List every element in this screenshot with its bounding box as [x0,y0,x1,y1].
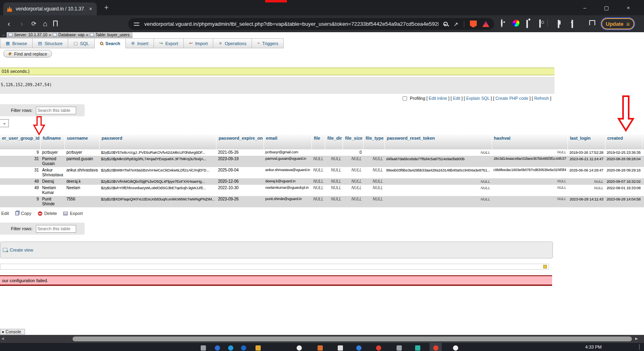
column-header-email[interactable]: email [264,134,312,149]
tab-search[interactable]: Search [95,38,126,48]
taskbar-app-icon[interactable] [318,345,323,351]
column-header-file_size[interactable]: file_size [343,134,364,149]
taskbar-app-icon[interactable] [256,345,261,351]
column-header-username[interactable]: username [65,134,100,149]
cell-password[interactable]: $2y$10$XDIPaqeQrKFxU2EeUn583uqN.enMcWtWc… [100,196,216,207]
cell-er_user_group_id[interactable]: 31 [0,156,40,167]
cell-username[interactable]: pcrbuyer [65,149,100,156]
cell-fullname[interactable]: pcrbuyer [40,149,64,156]
column-header-er_user_group_id[interactable]: er_user_group_id [0,134,40,149]
edit-query-icon[interactable] [543,265,547,268]
cell-hashval[interactable]: NULL [492,149,568,156]
taskbar-app-icon[interactable] [415,345,420,351]
cell-password[interactable]: $2y$10$pMknSRp83g3RL74mjadYEeqsa8X.3F7MK… [100,156,216,167]
cell-file_type[interactable]: NULL [364,167,385,178]
cell-username[interactable]: Neelam [65,185,100,196]
cell-file[interactable]: NULL [312,185,325,196]
scroll-right-icon[interactable]: ▶ [635,337,638,341]
cell-email[interactable]: ankur.shrivastava@vguard.in [264,167,312,178]
find-and-replace-button[interactable]: Find and replace [3,50,52,58]
menu-hamburger-icon[interactable]: ≡ [626,21,630,27]
window-close-button[interactable]: × [619,0,638,15]
taskbar-app-icon[interactable] [356,345,361,351]
column-header-fullname[interactable]: fullname [40,134,64,149]
breadcrumb-database[interactable]: Database: vap [58,33,85,37]
tab-browse[interactable]: ▦Browse [0,38,33,48]
cell-username[interactable]: deeraj.k [65,178,100,185]
cell-created[interactable]: 2020-08-28 09:28:04 [605,156,642,167]
cell-er_user_group_id[interactable]: 31 [0,167,40,178]
profiling-link-edit[interactable]: Edit [453,96,460,101]
column-header-modified[interactable]: modified [642,134,644,149]
cell-password_reset_token[interactable]: d4faa67da6bcebda77f6d4c5a87514e9a0fa900b [384,156,492,167]
cell-created[interactable]: 2022-08-01 15:33:08 [605,185,642,196]
cell-er_user_group_id[interactable]: 9 [0,149,40,156]
cell-modified[interactable]: 2023-03-16 14:10:08 [642,185,644,196]
cell-password[interactable]: $2y$10$vhY0fEhfzoonbazyWLo8dOdSG3bE7qe5o… [100,185,216,196]
cell-created[interactable]: 2023-06-28 14:04:58 [605,196,642,207]
cell-password[interactable]: $2y$10$IW8HTwl7eX8aSBsVnHwiCeCkDxkw6LDf2… [100,167,216,178]
tab-operations[interactable]: ∗Operations [213,38,252,48]
reload-icon[interactable]: ⟳ [29,19,39,29]
cell-password_reset_token[interactable]: NULL [384,178,492,185]
cell-modified[interactable]: 2022-04-28 09:27:05 [642,178,644,185]
search-box-icon[interactable] [539,19,541,28]
extensions-puzzle-icon[interactable] [526,20,528,28]
cell-hashval[interactable]: 28c3d14eaace8ac01faee367bb485f3f1c44fc37 [492,156,568,167]
cell-last_login[interactable]: 2023-06-28 14:11:43 [568,196,605,207]
column-header-file[interactable]: file [312,134,325,149]
cell-file_size[interactable]: NULL [343,156,364,167]
sort-select[interactable]: ⌄ [0,119,9,127]
cell-file[interactable]: NULL [312,178,325,185]
cell-password_reset_token[interactable]: NULL [384,185,492,196]
profiling-link-explain-sql[interactable]: Explain SQL [466,96,490,101]
column-header-created[interactable]: created [605,134,642,149]
browser-tab[interactable]: vendorportal.vguard.in / 10.1.37... × [3,2,97,15]
cell-fullname[interactable]: Ankur Shrivastava [40,167,64,178]
cell-file_size[interactable]: NULL [343,178,364,185]
inline-query-bar[interactable] [0,264,549,270]
cell-hashval[interactable]: NULL [492,178,568,185]
cell-password_expire_on[interactable]: 2023-09-26 [216,196,264,207]
cell-file[interactable]: NULL [312,167,325,178]
new-tab-button[interactable]: + [102,3,111,13]
nav-arrow-icon[interactable]: → [0,32,7,37]
show-desktop-divider[interactable] [639,344,640,350]
home-icon[interactable]: ⌂ [40,19,50,29]
tab-structure[interactable]: ▤Structure [33,38,68,48]
cell-password_expire_on[interactable]: 2022-10-30 [216,185,264,196]
cell-hashval[interactable]: NULL [492,196,568,207]
column-header-password_reset_token[interactable]: password_reset_token [384,134,492,149]
cell-fullname[interactable]: Punit Shinde [40,196,64,207]
cell-password_expire_on[interactable]: 2025-09-04 [216,167,264,178]
taskbar-app-icon[interactable] [397,345,402,351]
cell-email[interactable]: neelamkumar@vguardcpl.in [264,185,312,196]
profiling-checkbox[interactable] [403,96,407,101]
brave-shield-icon[interactable] [470,21,477,28]
cell-fullname[interactable]: Neelam Kumar [40,185,64,196]
cell-username[interactable]: ankur.shrivastava [65,167,100,178]
cell-last_login[interactable]: 2025-06-06 14:28:47 [568,167,605,178]
taskbar-app-icon[interactable] [297,345,302,351]
cell-er_user_group_id[interactable]: 49 [0,185,40,196]
url-text[interactable]: vendorportal.vguard.in/phpmyadmin/tbl_se… [144,21,438,27]
taskbar-app-icon[interactable] [338,345,343,351]
cell-password[interactable]: $2y$10$VVfmMGiltQbcfSjijPLbvO5QL4Flpye7E… [100,178,216,185]
taskbar-app-icon[interactable] [228,345,233,351]
cell-fullname[interactable]: Deeraj [40,178,64,185]
cell-file_dir[interactable] [325,149,343,156]
breadcrumb-table[interactable]: Table: buyer_users [96,33,130,37]
cell-password_reset_token[interactable]: NULL [384,196,492,207]
profiling-link-create-php-code[interactable]: Create PHP code [495,96,528,101]
cell-email[interactable]: parmod.gusain@vguard.in [264,156,312,167]
profiling-link-refresh[interactable]: Refresh [534,96,549,101]
cell-password_expire_on[interactable]: 2023-09-19 [216,156,264,167]
cell-file_type[interactable] [364,149,385,156]
profiling-link-edit-inline[interactable]: Edit inline [429,96,447,101]
column-header-file_type[interactable]: file_type [364,134,385,149]
tab-triggers[interactable]: ≈Triggers [252,38,284,48]
cell-last_login[interactable]: 2023-06-21 11:24:47 [568,156,605,167]
cell-last_login[interactable]: 2019-03-26 17:52:28 [568,149,605,156]
cell-file_dir[interactable]: NULL [325,178,343,185]
address-bar[interactable]: vendorportal.vguard.in/phpmyadmin/tbl_se… [128,18,494,30]
